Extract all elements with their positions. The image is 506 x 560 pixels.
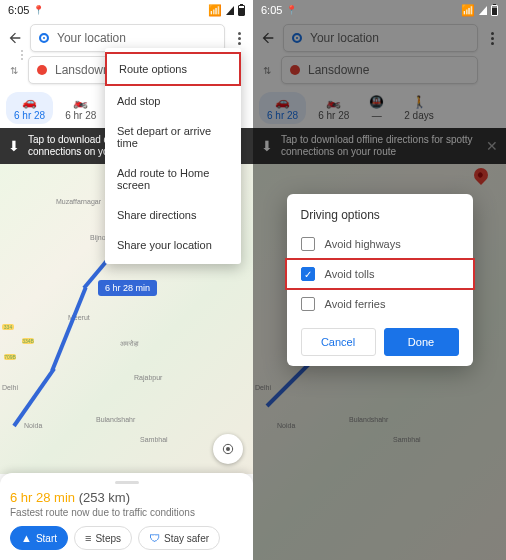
place-label: Muzaffarnagar	[56, 198, 101, 205]
option-label: Avoid ferries	[325, 298, 386, 310]
my-location-button[interactable]	[213, 434, 243, 464]
option-avoid-highways[interactable]: Avoid highways	[287, 230, 473, 258]
menu-set-depart[interactable]: Set depart or arrive time	[105, 116, 241, 158]
safer-label: Stay safer	[164, 533, 209, 544]
destination-dot-icon	[37, 65, 47, 75]
mode-bike[interactable]: 🏍️ 6 hr 28	[57, 92, 104, 124]
route-distance: (253 km)	[79, 490, 130, 505]
cancel-button[interactable]: Cancel	[301, 328, 376, 356]
wifi-icon: 📶	[461, 4, 475, 17]
car-icon: 🚗	[22, 95, 37, 109]
option-label: Avoid highways	[325, 238, 401, 250]
steps-button[interactable]: ≡Steps	[74, 526, 132, 550]
menu-add-stop[interactable]: Add stop	[105, 86, 241, 116]
place-label: अमरोहा	[120, 340, 139, 348]
signal-icon	[479, 6, 487, 15]
status-time: 6:05	[261, 4, 282, 16]
route-subtitle: Fastest route now due to traffic conditi…	[10, 507, 243, 518]
done-button[interactable]: Done	[384, 328, 459, 356]
menu-add-home[interactable]: Add route to Home screen	[105, 158, 241, 200]
start-button[interactable]: ▲Start	[10, 526, 68, 550]
shield-icon: 🛡	[149, 532, 160, 544]
swap-button[interactable]: ⇅	[6, 65, 22, 76]
menu-share-directions[interactable]: Share directions	[105, 200, 241, 230]
signal-icon	[226, 6, 234, 15]
status-loc-icon: 📍	[286, 5, 297, 15]
battery-icon	[238, 5, 245, 16]
checkbox-icon[interactable]	[301, 297, 315, 311]
overflow-button[interactable]	[231, 32, 247, 45]
battery-icon	[491, 5, 498, 16]
steps-label: Steps	[95, 533, 121, 544]
download-icon: ⬇	[8, 138, 20, 154]
route-time: 6 hr 28 min	[10, 490, 75, 505]
mode-bike-time: 6 hr 28	[65, 110, 96, 121]
dialog-title: Driving options	[287, 208, 473, 230]
road-shield: 709B	[4, 354, 16, 360]
svg-point-0	[226, 447, 230, 451]
from-text: Your location	[57, 31, 126, 45]
route-badge: 6 hr 28 min	[98, 280, 157, 296]
menu-share-location[interactable]: Share your location	[105, 230, 241, 260]
mode-car-time: 6 hr 28	[14, 110, 45, 121]
mode-car[interactable]: 🚗 6 hr 28	[6, 92, 53, 124]
start-label: Start	[36, 533, 57, 544]
bottom-sheet[interactable]: 6 hr 28 min (253 km) Fastest route now d…	[0, 473, 253, 560]
driving-options-dialog: Driving options Avoid highways ✓ Avoid t…	[287, 194, 473, 366]
place-label: Noida	[24, 422, 42, 429]
option-avoid-ferries[interactable]: Avoid ferries	[287, 290, 473, 318]
place-label: Rajabpur	[134, 374, 162, 381]
checkbox-checked-icon[interactable]: ✓	[301, 267, 315, 281]
option-avoid-tolls[interactable]: ✓ Avoid tolls	[285, 258, 475, 290]
overflow-menu: Route options Add stop Set depart or arr…	[105, 48, 241, 264]
place-label: Bulandshahr	[96, 416, 135, 423]
place-label: Delhi	[2, 384, 18, 391]
menu-route-options[interactable]: Route options	[105, 52, 241, 86]
stay-safer-button[interactable]: 🛡Stay safer	[138, 526, 220, 550]
steps-icon: ≡	[85, 532, 91, 544]
wifi-icon: 📶	[208, 4, 222, 17]
origin-dot-icon	[39, 33, 49, 43]
status-loc-icon: 📍	[33, 5, 44, 15]
option-label: Avoid tolls	[325, 268, 375, 280]
road-shield: 334	[2, 324, 14, 330]
nav-icon: ▲	[21, 532, 32, 544]
status-time: 6:05	[8, 4, 29, 16]
sheet-handle[interactable]	[115, 481, 139, 484]
bike-icon: 🏍️	[73, 95, 88, 109]
road-shield: 334B	[22, 338, 34, 344]
back-button[interactable]	[6, 29, 24, 47]
checkbox-icon[interactable]	[301, 237, 315, 251]
place-label: Sambhal	[140, 436, 168, 443]
